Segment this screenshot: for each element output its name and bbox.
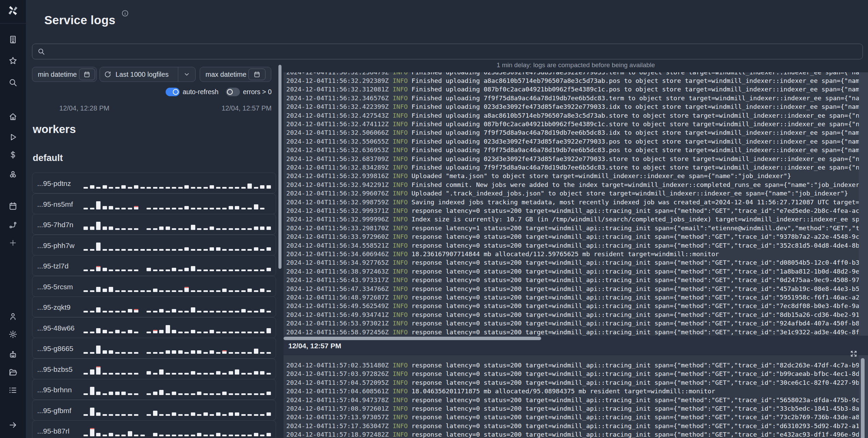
errors-toggle[interactable] bbox=[226, 88, 240, 96]
activity-bar bbox=[147, 352, 151, 354]
info-icon[interactable] bbox=[121, 10, 129, 17]
activity-bar bbox=[241, 393, 246, 395]
activity-bar bbox=[159, 309, 164, 312]
sidebar-item-building-icon[interactable] bbox=[8, 35, 18, 44]
activity-bar bbox=[83, 227, 88, 230]
activity-bar bbox=[103, 206, 107, 209]
log-message: Finished uploading 023d3e3092fe473d85fae… bbox=[412, 138, 868, 145]
log-level: INFO bbox=[393, 413, 412, 421]
sidebar-item-play-icon[interactable] bbox=[8, 132, 18, 142]
activity-bar bbox=[172, 435, 176, 436]
activity-bar bbox=[159, 390, 164, 395]
windmill-logo-icon[interactable] bbox=[7, 5, 19, 16]
sidebar-item-list-icon[interactable] bbox=[8, 385, 18, 395]
activity-bar bbox=[166, 227, 170, 230]
activity-bar bbox=[197, 332, 201, 333]
log-message: response latency=0 status=200 target=win… bbox=[412, 379, 868, 386]
sidebar-item-arrow-right-icon[interactable] bbox=[8, 420, 18, 430]
activity-bar bbox=[184, 332, 189, 333]
log-horizontal-scrollbar[interactable] bbox=[284, 337, 541, 340]
activity-bar bbox=[229, 249, 233, 251]
sidebar-item-home-icon[interactable] bbox=[8, 112, 18, 121]
activity-bar bbox=[166, 414, 170, 416]
worker-row[interactable]: ...95-phh7w bbox=[32, 235, 276, 256]
sidebar-item-person-icon[interactable] bbox=[8, 312, 18, 321]
sidebar-item-search-icon[interactable] bbox=[8, 78, 18, 87]
worker-row[interactable]: ...95-7hd7n bbox=[32, 214, 276, 235]
sidebar-item-dollar-icon[interactable] bbox=[8, 150, 18, 160]
sidebar-item-star-icon[interactable] bbox=[8, 56, 18, 65]
activity-bar bbox=[153, 392, 157, 395]
log-timestamp: 2024-12-04T11:56:32.474112Z bbox=[286, 120, 393, 128]
calendar-icon[interactable] bbox=[79, 69, 95, 80]
worker-row[interactable]: ...95-gfbmf bbox=[32, 400, 276, 421]
activity-bar bbox=[178, 332, 183, 333]
expand-icon[interactable] bbox=[850, 350, 857, 357]
worker-id-label: ...95-gfbmf bbox=[37, 400, 71, 421]
activity-bar bbox=[184, 373, 189, 375]
activity-bar bbox=[178, 187, 183, 189]
activity-bar bbox=[83, 208, 88, 209]
log-block-1: 2024-12-04T11:56:32.236479Z INFO Finishe… bbox=[284, 72, 868, 336]
activity-bar bbox=[115, 392, 120, 395]
log-timestamp: 2024-12-04T11:56:48.972687Z bbox=[286, 294, 393, 301]
sidebar-item-route-icon[interactable] bbox=[8, 220, 18, 230]
activity-bar bbox=[153, 411, 157, 416]
search-input[interactable] bbox=[49, 45, 858, 59]
activity-bar bbox=[115, 249, 120, 251]
activity-bar bbox=[210, 435, 214, 436]
worker-row[interactable]: ...95-48w66 bbox=[32, 317, 276, 338]
activity-bar bbox=[210, 247, 214, 251]
activity-bar bbox=[103, 289, 107, 292]
sidebar-item-folder-icon[interactable] bbox=[8, 368, 18, 377]
worker-row[interactable]: ...95-tzl7d bbox=[32, 255, 276, 276]
auto-refresh-toggle[interactable] bbox=[166, 88, 180, 96]
activity-bar bbox=[96, 307, 101, 312]
worker-activity-sparkline bbox=[83, 283, 272, 292]
activity-bar bbox=[254, 227, 258, 230]
worker-activity-sparkline bbox=[83, 407, 272, 416]
logfiles-select[interactable]: Last 1000 logfiles bbox=[100, 67, 196, 82]
worker-row[interactable]: ...95-bzbs5 bbox=[32, 359, 276, 379]
activity-bar bbox=[103, 249, 107, 251]
sidebar-item-calendar-icon[interactable] bbox=[8, 201, 18, 211]
worker-row[interactable]: ...95-zqkt9 bbox=[32, 296, 276, 317]
activity-bar bbox=[128, 228, 132, 230]
worker-row[interactable]: ...95-b87rl bbox=[32, 420, 276, 438]
activity-bar bbox=[210, 290, 214, 292]
log-message: Finished uploading 087bf0c2aca04921bb096… bbox=[412, 86, 868, 93]
log-timestamp: 2024-12-04T11:56:32.998759Z bbox=[286, 199, 393, 206]
worker-row[interactable]: ...95-brhnn bbox=[32, 379, 276, 400]
activity-bar bbox=[203, 435, 208, 436]
log2-vertical-scrollbar[interactable] bbox=[861, 358, 865, 438]
log-vertical-scrollbar[interactable] bbox=[278, 65, 281, 269]
logfiles-dropdown-toggle[interactable] bbox=[178, 67, 195, 82]
worker-row[interactable]: ...95-ns5mf bbox=[32, 193, 276, 214]
log-timestamp: 2024-12-04T11:56:34.558521Z bbox=[286, 242, 393, 249]
log-level: INFO bbox=[393, 120, 412, 128]
activity-bar bbox=[153, 208, 157, 209]
calendar-icon[interactable] bbox=[248, 69, 265, 80]
log-message: response latency=0 status=200 target=win… bbox=[412, 276, 868, 283]
worker-activity-sparkline bbox=[83, 201, 272, 209]
chevron-down-icon bbox=[183, 71, 190, 78]
activity-bar bbox=[216, 208, 220, 209]
activity-bar bbox=[115, 290, 120, 292]
activity-bar bbox=[128, 330, 132, 333]
worker-row[interactable]: ...95-pdtnz bbox=[32, 173, 276, 193]
log-timestamp: 2024-12-04T11:57:04.947378Z bbox=[286, 396, 393, 404]
max-datetime-button[interactable]: max datetime bbox=[200, 67, 271, 82]
activity-bar bbox=[147, 268, 151, 271]
sidebar-item-robot-icon[interactable] bbox=[8, 350, 18, 360]
worker-row[interactable]: ...95-5rcsm bbox=[32, 276, 276, 297]
worker-row[interactable]: ...95-g8665 bbox=[32, 338, 276, 359]
sidebar-item-gear-icon[interactable] bbox=[8, 330, 18, 339]
activity-bar bbox=[172, 290, 176, 292]
min-datetime-button[interactable]: min datetime bbox=[32, 67, 97, 82]
activity-bar bbox=[197, 269, 201, 271]
activity-bar bbox=[260, 371, 264, 375]
activity-bar bbox=[115, 187, 120, 189]
sidebar-item-cubes-icon[interactable] bbox=[8, 170, 18, 179]
sidebar-item-plus-icon[interactable] bbox=[8, 238, 18, 248]
activity-bar-error bbox=[96, 366, 101, 375]
